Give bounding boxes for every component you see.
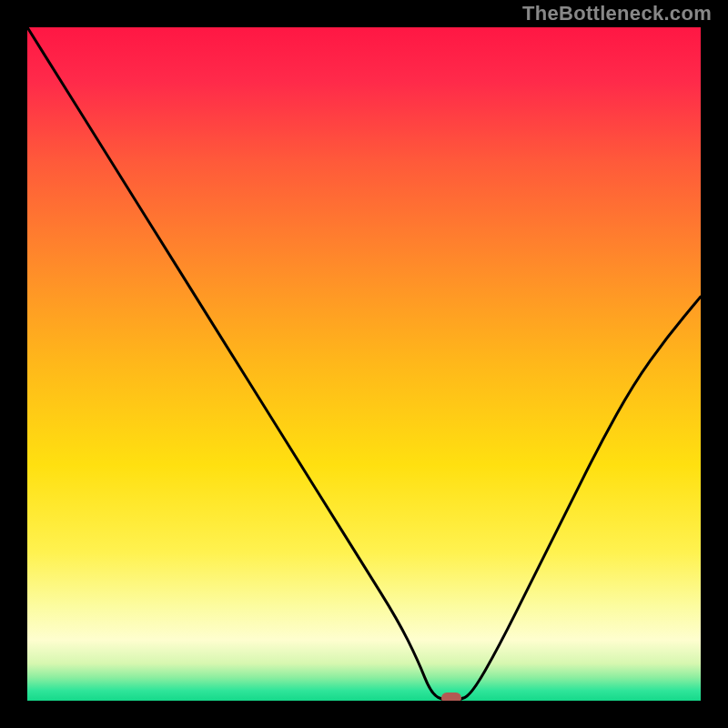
svg-rect-0 xyxy=(27,27,701,701)
gradient-background xyxy=(27,27,701,701)
watermark-text: TheBottleneck.com xyxy=(522,2,712,25)
optimal-point-marker xyxy=(441,693,461,701)
plot-area xyxy=(27,27,701,701)
chart-frame: TheBottleneck.com xyxy=(0,0,728,728)
